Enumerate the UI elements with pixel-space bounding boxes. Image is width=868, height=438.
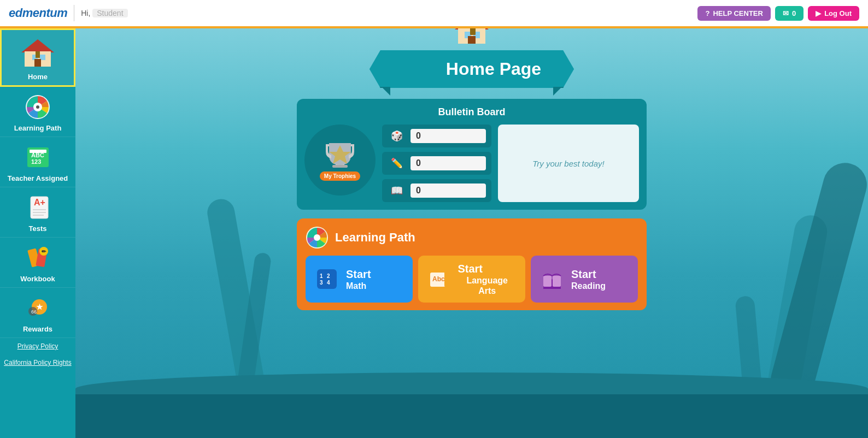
svg-text:Abc: Abc [432,275,445,283]
greeting: Hi, Student [81,9,127,17]
start-reading-text: Start Reading [571,268,606,291]
sidebar-item-home[interactable]: Home [0,28,75,87]
sidebar-item-workbook[interactable]: ✏ Workbook [0,238,75,288]
lp-buttons: 1 2 3 4 Start Math [306,256,638,303]
start-la-text: Start Language Arts [458,262,517,296]
svg-rect-31 [470,28,476,35]
bulletin-board-title: Bulletin Board [304,106,639,118]
svg-rect-45 [553,276,561,287]
help-center-button[interactable]: ? HELP CENTER [697,6,770,21]
start-la-button[interactable]: Abc Start Language Arts [418,256,525,303]
sidebar-item-label-home: Home [28,73,48,81]
logout-button[interactable]: ▶ Log Out [808,6,859,21]
svg-text:1: 1 [320,273,323,279]
stat-row-2: 📖 0 [382,179,491,202]
teacher-assigned-icon: ABC 123 [21,144,54,171]
stat-value-2: 0 [410,184,486,198]
stat-value-1: 0 [410,156,486,170]
privacy-policy-link[interactable]: Privacy Policy [15,338,61,354]
sidebar-item-rewards[interactable]: ★ 66 Rewards [0,288,75,338]
svg-rect-36 [317,269,337,289]
seaweed-5 [766,158,868,406]
svg-marker-0 [21,39,54,52]
reading-icon [539,267,565,292]
rewards-icon: ★ 66 [21,294,54,322]
logout-icon: ▶ [816,9,821,17]
logo: edmentum [9,6,67,20]
sidebar-item-label-lp: Learning Path [14,124,62,132]
stats-section: 🎲 0 ✏️ 0 📖 0 [382,125,491,202]
messages-button[interactable]: ✉ 0 [775,6,804,21]
svg-text:66: 66 [31,309,37,315]
stat-value-0: 0 [410,129,486,143]
ca-policy-link[interactable]: California Policy Rights [2,354,73,371]
svg-rect-5 [36,51,40,58]
svg-text:A+: A+ [34,198,45,207]
sidebar-item-learning-path[interactable]: Learning Path [0,87,75,137]
lp-wheel-icon [306,226,329,249]
tests-icon: A+ [21,194,54,221]
math-icon: 1 2 3 4 [314,267,339,292]
question-icon: ? [705,9,709,17]
lp-header: Learning Path [306,226,638,249]
workbook-icon: ✏ [21,244,54,271]
lp-title: Learning Path [335,230,415,245]
topbar-left: edmentum Hi, Student [9,5,128,21]
svg-text:2: 2 [327,273,330,279]
banner-ribbon: Home Page [370,50,574,88]
topbar-right: ? HELP CENTER ✉ 0 ▶ Log Out [697,6,859,21]
svg-rect-43 [444,270,448,287]
sidebar-item-label-ta: Teacher Assigned [8,174,68,182]
pencil-icon: ✏️ [388,155,406,171]
content-area: Home Page Bulletin Board [75,28,868,438]
ribbon-tail-right [553,87,562,96]
sidebar-item-label-workbook: Workbook [20,275,55,283]
svg-text:★: ★ [36,303,43,311]
svg-text:4: 4 [327,280,330,286]
book-icon: 📖 [388,182,406,199]
svg-text:ABC: ABC [31,152,44,158]
learning-path-icon [21,93,54,121]
learning-path-section: Learning Path 1 2 3 4 [297,218,647,310]
svg-rect-30 [468,36,476,44]
divider [74,5,74,21]
trophies-section[interactable]: My Trophies [304,125,376,196]
main-layout: Home Learning Path [0,28,868,438]
start-math-text: Start Math [346,268,371,291]
stat-row-0: 🎲 0 [382,125,491,147]
sidebar-item-tests[interactable]: A+ Tests [0,187,75,238]
envelope-icon: ✉ [783,9,789,17]
dice-icon: 🎲 [388,128,406,144]
svg-point-35 [314,234,320,241]
topbar: edmentum Hi, Student ? HELP CENTER ✉ 0 ▶… [0,0,868,28]
start-math-button[interactable]: 1 2 3 4 Start Math [306,256,413,303]
sidebar-item-label-tests: Tests [29,224,47,233]
svg-point-8 [36,105,39,109]
svg-rect-33 [332,165,348,168]
banner-house-icon [453,28,491,48]
sidebar-item-teacher-assigned[interactable]: ABC 123 Teacher Assigned [0,137,75,187]
trophies-label: My Trophies [320,171,360,181]
svg-text:3: 3 [320,280,323,286]
message-section: Try your best today! [498,125,639,202]
svg-text:123: 123 [31,158,41,165]
svg-rect-4 [34,59,41,67]
svg-rect-44 [543,276,552,287]
bulletin-board: Bulletin Board My Trophies [297,99,647,210]
stat-row-1: ✏️ 0 [382,152,491,175]
page-title: Home Page [446,59,541,79]
bulletin-content: My Trophies 🎲 0 ✏️ 0 📖 [304,125,639,202]
start-reading-button[interactable]: Start Reading [531,256,638,303]
sidebar-item-label-rewards: Rewards [23,325,52,333]
svg-text:✏: ✏ [42,248,46,254]
home-banner: Home Page [297,39,647,88]
ribbon-tail-left [382,87,390,96]
motivational-message: Try your best today! [532,159,604,168]
sidebar: Home Learning Path [0,28,75,438]
la-icon: Abc [427,267,451,292]
trophy-icon [324,140,356,169]
home-icon [19,37,57,69]
center-panel: Home Page Bulletin Board [297,39,647,438]
